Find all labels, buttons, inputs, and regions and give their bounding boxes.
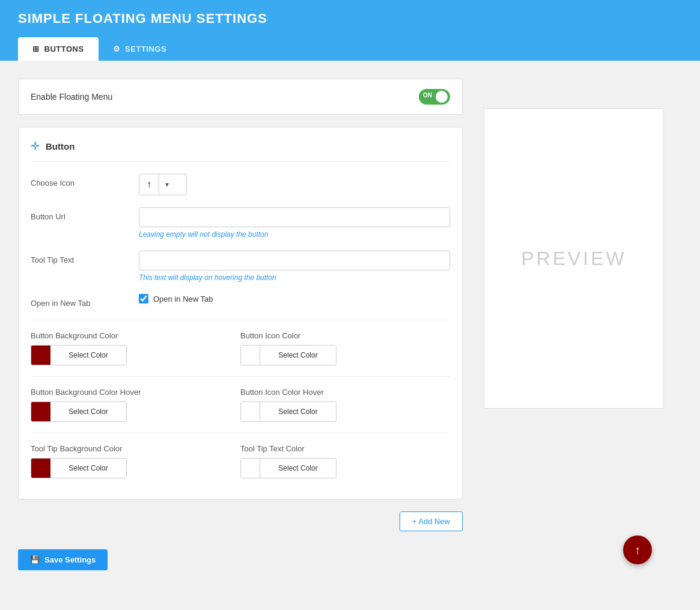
enable-floating-menu-row: Enable Floating Menu ON: [18, 79, 463, 115]
preview-text: PREVIEW: [521, 248, 627, 270]
open-new-tab-field: Open in New Tab: [139, 294, 450, 303]
save-icon: 💾: [30, 555, 40, 564]
open-new-tab-checkbox-label: Open in New Tab: [153, 294, 213, 303]
color-group-tooltip-text-label: Tool Tip Text Color: [240, 444, 450, 453]
color-group-btn-icon-label: Button Icon Color: [240, 331, 450, 340]
color-group-btn-bg-hover: Button Background Color Hover Select Col…: [31, 379, 240, 430]
color-btn-tooltip-bg-label: Select Color: [50, 464, 126, 472]
move-icon[interactable]: ✛: [31, 139, 40, 153]
color-picker-btn-icon[interactable]: Select Color: [240, 345, 336, 365]
button-url-row: Button Url #vn-page Leaving empty will n…: [31, 207, 450, 239]
page-title: SIMPLE FLOATING MENU SETTINGS: [18, 11, 682, 26]
color-btn-bg-hover-label: Select Color: [50, 407, 126, 416]
floating-button-preview[interactable]: ↑: [623, 535, 652, 564]
tabs-bar: ⊞ BUTTONS ⚙ SETTINGS: [0, 37, 700, 61]
page-header: SIMPLE FLOATING MENU SETTINGS: [0, 0, 700, 37]
color-group-btn-bg-hover-label: Button Background Color Hover: [31, 388, 240, 397]
tooltip-text-row: Tool Tip Text This text will display on …: [31, 251, 450, 282]
color-picker-tooltip-text[interactable]: Select Color: [240, 458, 336, 478]
color-picker-tooltip-bg[interactable]: Select Color: [31, 458, 127, 478]
tooltip-text-label: Tool Tip Text: [31, 251, 139, 264]
card-title: Button: [46, 141, 75, 151]
color-row-3: Tool Tip Background Color Select Color T…: [31, 436, 450, 487]
color-btn-tooltip-text-label: Select Color: [260, 464, 336, 472]
preview-area: PREVIEW: [484, 108, 664, 409]
color-row-1: Button Background Color Select Color But…: [31, 323, 450, 374]
color-divider-2: [31, 376, 450, 377]
choose-icon-row: Choose Icon ↑ ▾: [31, 174, 450, 195]
color-swatch-btn-icon: [241, 346, 260, 365]
icon-dropdown-btn[interactable]: ▾: [159, 174, 175, 195]
open-new-tab-checkbox[interactable]: [139, 294, 148, 303]
color-row-2: Button Background Color Hover Select Col…: [31, 379, 450, 430]
enable-label: Enable Floating Menu: [31, 92, 112, 102]
button-url-field: #vn-page Leaving empty will not display …: [139, 207, 450, 239]
gear-icon: ⚙: [113, 44, 121, 53]
tab-settings-label: SETTINGS: [125, 44, 166, 53]
color-swatch-tooltip-text: [241, 459, 260, 478]
color-group-btn-bg-label: Button Background Color: [31, 331, 240, 340]
save-row: 💾 Save Settings: [18, 549, 682, 570]
add-new-row: + Add New: [18, 511, 463, 531]
save-settings-button[interactable]: 💾 Save Settings: [18, 549, 108, 570]
tooltip-text-hint: This text will display on hovering the b…: [139, 273, 450, 282]
tab-settings[interactable]: ⚙ SETTINGS: [99, 37, 181, 61]
toggle-slider: [419, 89, 450, 105]
button-card: ✛ Button Choose Icon ↑ ▾ Button Url: [18, 127, 463, 499]
color-divider-3: [31, 433, 450, 433]
open-new-tab-row: Open in New Tab Open in New Tab: [31, 294, 450, 308]
color-btn-bg-label: Select Color: [50, 351, 126, 359]
color-group-btn-icon-hover-label: Button Icon Color Hover: [240, 388, 450, 397]
choose-icon-field: ↑ ▾: [139, 174, 450, 195]
color-group-btn-bg: Button Background Color Select Color: [31, 323, 240, 374]
color-btn-icon-hover-label: Select Color: [260, 407, 336, 416]
buttons-icon: ⊞: [32, 44, 40, 53]
enable-toggle[interactable]: ON: [419, 89, 450, 105]
color-divider-1: [31, 320, 450, 320]
color-picker-btn-icon-hover[interactable]: Select Color: [240, 401, 336, 422]
chevron-down-icon: ▾: [165, 180, 169, 189]
tab-buttons[interactable]: ⊞ BUTTONS: [18, 37, 99, 61]
icon-select[interactable]: ↑ ▾: [139, 174, 187, 195]
color-swatch-tooltip-bg: [31, 459, 50, 478]
tooltip-text-field: This text will display on hovering the b…: [139, 251, 450, 282]
color-btn-icon-label: Select Color: [260, 351, 336, 359]
card-header: ✛ Button: [31, 139, 450, 162]
color-group-tooltip-bg-label: Tool Tip Background Color: [31, 444, 240, 453]
color-swatch-btn-icon-hover: [241, 402, 260, 421]
color-picker-btn-bg[interactable]: Select Color: [31, 345, 127, 365]
button-url-input[interactable]: #vn-page: [139, 207, 450, 227]
color-picker-btn-bg-hover[interactable]: Select Color: [31, 401, 127, 422]
open-new-tab-label: Open in New Tab: [31, 294, 139, 308]
add-new-button[interactable]: + Add New: [400, 511, 463, 531]
choose-icon-label: Choose Icon: [31, 174, 139, 188]
tooltip-text-input[interactable]: [139, 251, 450, 270]
color-swatch-btn-bg-hover: [31, 402, 50, 421]
color-group-btn-icon-hover: Button Icon Color Hover Select Color: [240, 379, 450, 430]
icon-display: ↑: [139, 174, 159, 195]
tab-buttons-label: BUTTONS: [44, 44, 84, 53]
button-url-hint: Leaving empty will not display the butto…: [139, 230, 450, 239]
color-swatch-btn-bg: [31, 346, 50, 365]
color-group-tooltip-text: Tool Tip Text Color Select Color: [240, 436, 450, 487]
color-group-tooltip-bg: Tool Tip Background Color Select Color: [31, 436, 240, 487]
floating-btn-icon: ↑: [635, 543, 641, 557]
open-new-tab-checkbox-row[interactable]: Open in New Tab: [139, 294, 450, 303]
save-btn-label: Save Settings: [44, 555, 96, 564]
color-group-btn-icon: Button Icon Color Select Color: [240, 323, 450, 374]
button-url-label: Button Url: [31, 207, 139, 221]
